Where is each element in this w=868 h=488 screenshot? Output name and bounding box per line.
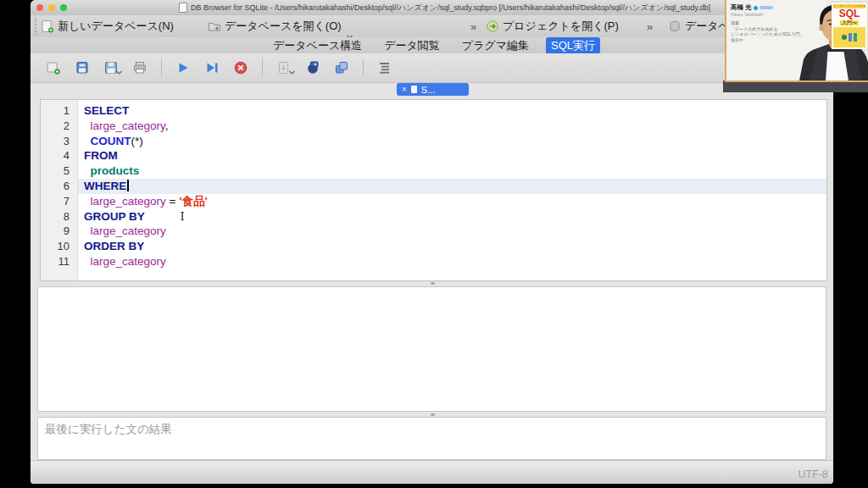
line-number: 11: [41, 254, 78, 269]
line-number: 9: [41, 224, 78, 239]
book-subtitle: 入門〜: [840, 20, 859, 25]
code-text: products: [78, 164, 826, 179]
toolbar-button-attach-database[interactable]: データベ: [668, 15, 730, 37]
line-number: 3: [41, 134, 78, 149]
code-text: large_category: [78, 254, 826, 269]
toolbar-button-label: データベ: [685, 19, 730, 34]
line-number: 6: [41, 179, 78, 194]
code-line-10[interactable]: 10ORDER BY: [41, 239, 826, 254]
execute-all-icon[interactable]: [175, 59, 192, 76]
code-line-1[interactable]: 1SELECT: [41, 103, 826, 119]
bio-line: 発売中: [731, 37, 804, 43]
title-bar[interactable]: DB Browser for SQLite - /Users/hikarutak…: [31, 0, 833, 16]
encoding-indicator[interactable]: UTF-8: [798, 469, 828, 480]
log-placeholder: 最後に実行した文の結果: [45, 423, 172, 435]
presenter-name-romaji: Hikaru Takahashi: [731, 12, 763, 17]
format-sql-icon[interactable]: [376, 59, 393, 76]
book-cover: ビジネスパーソンのための SQL 入門〜: [832, 3, 867, 49]
open-db-icon: [208, 19, 221, 33]
sql-tab-label: S...: [421, 85, 436, 95]
execution-log-panel[interactable]: 最後に実行した文の結果: [37, 417, 826, 460]
code-text: WHERE: [78, 179, 826, 194]
traffic-lights: [36, 4, 67, 11]
line-number: 7: [41, 194, 78, 209]
tab-execute-sql[interactable]: SQL実行: [546, 37, 600, 54]
code-text: large_category = '食品': [78, 194, 826, 209]
document-icon: [179, 3, 187, 13]
code-line-8[interactable]: 8GROUP BY: [41, 209, 826, 225]
toolbar-button-label: データベースを開く(O): [225, 19, 342, 34]
code-text: FROM: [78, 148, 826, 164]
toolbar-button-open-database[interactable]: データベースを開く(O): [208, 15, 342, 37]
minimize-window-button[interactable]: [48, 4, 55, 11]
webcam-shadow-bar: [723, 80, 868, 92]
sql-editor[interactable]: 1SELECT2 large_category,3 COUNT(*)4FROM5…: [40, 99, 827, 281]
close-window-button[interactable]: [36, 4, 43, 11]
tab-browse-data[interactable]: データ閲覧: [379, 37, 445, 54]
line-number: 2: [41, 119, 78, 134]
splitter-handle[interactable]: [431, 282, 435, 285]
chevron-down-icon[interactable]: [288, 64, 296, 79]
twitter-badge-icon: [754, 6, 758, 10]
sql-file-icon: [411, 86, 417, 93]
code-line-3[interactable]: 3 COUNT(*): [41, 134, 826, 149]
sql-tab[interactable]: × S...: [397, 83, 469, 96]
main-toolbar: 新しいデータベース(N)データベースを開く(O)プロジェクトを開く(P)データベ…: [31, 15, 833, 38]
results-panel[interactable]: [37, 286, 826, 412]
code-text: large_category,: [78, 119, 826, 134]
toolbar-separator: [262, 59, 263, 76]
export-icon[interactable]: [275, 59, 292, 76]
code-line-11[interactable]: 11 large_category: [41, 254, 826, 269]
code-text: COUNT(*): [78, 134, 826, 149]
code-line-5[interactable]: 5 products: [41, 164, 826, 179]
toolbar-button-new-database[interactable]: 新しいデータベース(N): [41, 15, 174, 37]
save-sql-file-icon[interactable]: [103, 59, 120, 76]
window-title-text: DB Browser for SQLite - /Users/hikarutak…: [191, 3, 710, 14]
new-sql-tab-icon[interactable]: [45, 59, 62, 76]
toolbar-drag-handle: [35, 18, 36, 35]
close-tab-icon[interactable]: ×: [402, 86, 407, 94]
book-graphics: [833, 27, 865, 47]
open-project-icon: [486, 19, 499, 33]
code-line-6[interactable]: 6WHERE: [41, 179, 826, 194]
open-sql-file-icon[interactable]: [74, 59, 91, 76]
find-replace-icon[interactable]: [333, 59, 350, 76]
book-title: SQL: [833, 8, 865, 19]
status-bar: UTF-8: [31, 460, 833, 484]
presenter-name: 高橋 光: [731, 3, 773, 12]
bio-line: ビジネスパーソンのためのSQL入門」: [731, 31, 804, 37]
new-db-icon: [41, 19, 54, 33]
code-line-9[interactable]: 9 large_category: [41, 224, 826, 239]
ibeam-mouse-cursor: I: [178, 211, 186, 222]
code-line-7[interactable]: 7 large_category = '食品': [41, 194, 826, 209]
code-text: GROUP BY: [78, 209, 826, 225]
twitter-handle: [760, 6, 773, 9]
chevron-down-icon[interactable]: [115, 64, 123, 79]
toolbar-overflow-chevron[interactable]: »: [470, 15, 476, 37]
toolbar-button-label: 新しいデータベース(N): [58, 19, 174, 34]
print-icon[interactable]: [131, 59, 148, 76]
toolbar-separator: [363, 59, 364, 76]
code-text: large_category: [78, 224, 826, 239]
code-line-2[interactable]: 2 large_category,: [41, 119, 826, 134]
video-frame: DB Browser for SQLite - /Users/hikarutak…: [0, 0, 868, 488]
stop-icon[interactable]: [232, 59, 249, 76]
code-text: ORDER BY: [78, 239, 826, 254]
toolbar-button-label: プロジェクトを開く(P): [503, 19, 619, 34]
tab-edit-pragmas[interactable]: プラグマ編集: [457, 37, 534, 54]
line-number: 4: [41, 148, 78, 164]
line-number: 10: [41, 239, 78, 254]
sql-toolbar: [31, 53, 833, 83]
line-number: 5: [41, 164, 78, 179]
execute-line-icon[interactable]: [203, 59, 220, 76]
toolbar-overflow-chevron[interactable]: »: [647, 15, 653, 37]
code-line-4[interactable]: 4FROM: [41, 148, 826, 164]
zoom-window-button[interactable]: [60, 4, 67, 11]
splitter-handle[interactable]: [431, 413, 435, 416]
text-caret: [127, 180, 129, 191]
attach-db-icon: [668, 19, 682, 33]
save-results-icon[interactable]: [304, 59, 321, 76]
toolbar-button-open-project[interactable]: プロジェクトを開く(P): [486, 15, 619, 37]
tab-db-structure[interactable]: データベース構造: [268, 37, 367, 54]
view-tab-bar: データベース構造データ閲覧プラグマ編集SQL実行: [31, 37, 833, 54]
